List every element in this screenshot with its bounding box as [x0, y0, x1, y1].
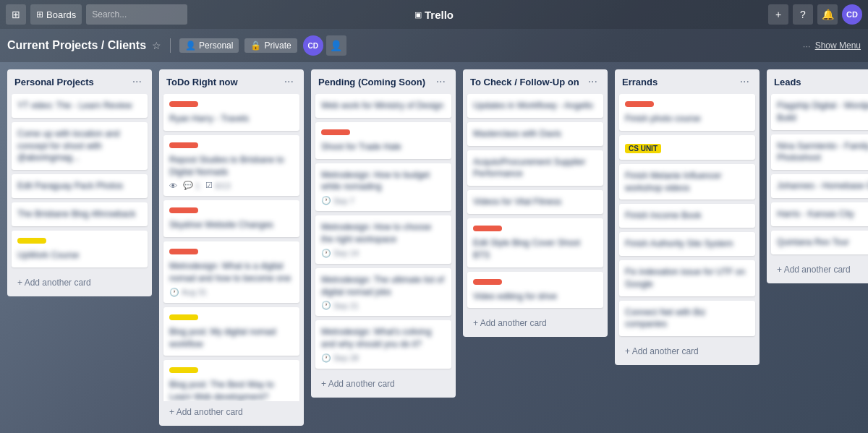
card[interactable]: Finish photo course: [619, 94, 755, 131]
show-menu-button[interactable]: Show Menu: [815, 40, 861, 51]
clock-icon: 🕐: [321, 249, 331, 258]
card[interactable]: Finish Income Book: [619, 204, 755, 228]
card-meta: 🕐 Sep 7: [321, 196, 446, 205]
card-title: Finish photo course: [625, 113, 749, 125]
card[interactable]: Web work for Ministry of Design: [315, 94, 451, 118]
card-due-date: 🕐 Sep 7: [321, 196, 354, 205]
clock-icon: 🕐: [321, 353, 331, 363]
bell-button[interactable]: 🔔: [817, 4, 838, 25]
cards-list: Web work for Ministry of DesignShoot for…: [311, 94, 456, 373]
card[interactable]: Skydrive Website Changes: [163, 200, 299, 237]
add-card-button[interactable]: + Add another card: [315, 374, 451, 393]
add-member-button[interactable]: 👤: [326, 35, 346, 56]
cards-list: YT video: The - Learn ReviewCome up with…: [7, 94, 152, 272]
cards-list: Updates in Workflowy - AngelloMasterclas…: [463, 94, 608, 312]
personal-tag[interactable]: 👤 Personal: [179, 38, 239, 53]
card[interactable]: The Brisbane Blog #throwback: [12, 202, 148, 226]
star-button[interactable]: ☆: [152, 40, 161, 51]
clock-icon: 🕐: [169, 288, 179, 297]
card-label-red: [473, 279, 502, 285]
card-label-yellow: [169, 367, 198, 373]
card-title: Connect Net with Biz companies: [625, 306, 749, 331]
card[interactable]: Updates in Workflowy - Angello: [467, 94, 603, 118]
column-menu-button[interactable]: ···: [585, 75, 600, 88]
card[interactable]: Shoot for Trade Hale: [315, 122, 451, 159]
column-menu-button[interactable]: ···: [281, 75, 297, 88]
card[interactable]: Quintana Rex Tour: [771, 231, 868, 254]
card[interactable]: Blog post: The Best Way to Learn Web dev…: [163, 360, 299, 401]
card-comments: 💬 1: [183, 181, 200, 190]
card-due-date: 🕐 Sep 28: [321, 353, 359, 363]
column-title: Personal Projects: [14, 77, 94, 87]
card[interactable]: Fix indexation issue for UTF on Google: [619, 260, 755, 296]
card-title: Johannes - Homebase Group: [777, 180, 868, 192]
card-title: Acquis/Procurement Supplier Performance: [473, 156, 597, 181]
info-button[interactable]: ?: [793, 4, 813, 25]
home-button[interactable]: ⊞: [6, 4, 26, 25]
card[interactable]: Metrodesign: What is a digital nomad and…: [163, 241, 299, 303]
card-title: Ryan Harry - Travels: [169, 113, 294, 125]
card[interactable]: Harris - Kansas City: [771, 202, 868, 226]
card-label-red: [169, 142, 198, 148]
card[interactable]: Videos for Vital Fitness: [467, 190, 603, 214]
trello-logo: Trello: [425, 9, 454, 21]
add-card-button[interactable]: + Add another card: [619, 342, 755, 361]
column-title: Errands: [622, 77, 658, 87]
card[interactable]: Masterclass with Davis: [467, 122, 603, 146]
column-personal-projects: Personal Projects···YT video: The - Lear…: [7, 69, 152, 296]
cards-list: Flagship Digital - Wordpress BuildNina S…: [767, 94, 868, 259]
card-title: Metrodesign: What's coliving and why sho…: [321, 326, 446, 351]
card-title: UpWork Course: [17, 249, 142, 262]
card[interactable]: Edit Paraguay Pack Photos: [12, 174, 148, 198]
column-menu-button[interactable]: ···: [737, 75, 752, 88]
private-tag[interactable]: 🔒 Private: [244, 38, 297, 53]
topbar: ⊞ ⊞ Boards ▣ Trello + ? 🔔 CD: [0, 0, 868, 29]
clock-icon: 🕐: [321, 196, 331, 205]
add-button[interactable]: +: [768, 4, 788, 25]
card[interactable]: Come up with location and concept for sh…: [12, 122, 148, 170]
member-avatar-cd[interactable]: CD: [303, 35, 323, 56]
card-meta: 🕐 Aug 31: [169, 288, 294, 297]
card[interactable]: Metrodesign: How to budget while nomadin…: [315, 163, 451, 212]
card[interactable]: CS UNIT: [619, 135, 755, 160]
card-due-date: 🕐 Sep 21: [321, 301, 359, 310]
members-section: CD 👤: [303, 35, 346, 56]
card-title: Updates in Workflowy - Angello: [473, 100, 597, 112]
card[interactable]: Metrodesign: How to choose the right wor…: [315, 215, 451, 264]
card[interactable]: Acquis/Procurement Supplier Performance: [467, 150, 603, 187]
add-card-button[interactable]: + Add another card: [163, 403, 299, 421]
add-card-button[interactable]: + Add another card: [467, 314, 603, 333]
card-title: Shoot for Trade Hale: [321, 141, 446, 153]
card[interactable]: Flagship Digital - Wordpress Build: [771, 94, 868, 130]
card[interactable]: Repost Studies to Brisbane to Digital No…: [163, 135, 299, 197]
card-title: Nina Sarmiento - Family Photoshoot: [777, 140, 868, 165]
personal-icon: 👤: [185, 40, 196, 51]
search-input[interactable]: [86, 4, 187, 25]
card[interactable]: Blog post: My digital nomad workflow: [163, 307, 299, 356]
card-title: Masterclass with Davis: [473, 128, 597, 140]
card-checklist: ☑ 6/13: [205, 181, 230, 190]
column-title: ToDo Right now: [166, 77, 238, 87]
column-leads: Leads···Flagship Digital - Wordpress Bui…: [767, 69, 868, 283]
card[interactable]: Edit Style Blog Cover Shoot BTS: [467, 218, 603, 267]
card-meta: 🕐 Sep 21: [321, 301, 446, 310]
boards-button[interactable]: ⊞ Boards: [30, 4, 82, 25]
card[interactable]: Ryan Harry - Travels: [163, 94, 299, 131]
add-card-button[interactable]: + Add another card: [771, 260, 868, 279]
column-menu-button[interactable]: ···: [129, 75, 145, 88]
card[interactable]: Metrodesign: The ultimate list of digita…: [315, 268, 451, 317]
card[interactable]: UpWork Course: [12, 231, 148, 267]
card[interactable]: Nina Sarmiento - Family Photoshoot: [771, 134, 868, 171]
card[interactable]: YT video: The - Learn Review: [12, 94, 148, 118]
card[interactable]: Video editing for drive: [467, 272, 603, 309]
card[interactable]: Connect Net with Biz companies: [619, 301, 755, 337]
add-card-button[interactable]: + Add another card: [12, 273, 148, 292]
card[interactable]: Finish Authority Site System: [619, 232, 755, 256]
card-title: Repost Studies to Brisbane to Digital No…: [169, 154, 294, 179]
card[interactable]: Metrodesign: What's coliving and why sho…: [315, 320, 451, 369]
card[interactable]: Johannes - Homebase Group: [771, 174, 868, 198]
user-avatar[interactable]: CD: [842, 4, 862, 25]
card-title: Metrodesign: The ultimate list of digita…: [321, 274, 446, 299]
column-menu-button[interactable]: ···: [433, 75, 448, 88]
card[interactable]: Finish Melanie Influencer workshop video…: [619, 164, 755, 200]
